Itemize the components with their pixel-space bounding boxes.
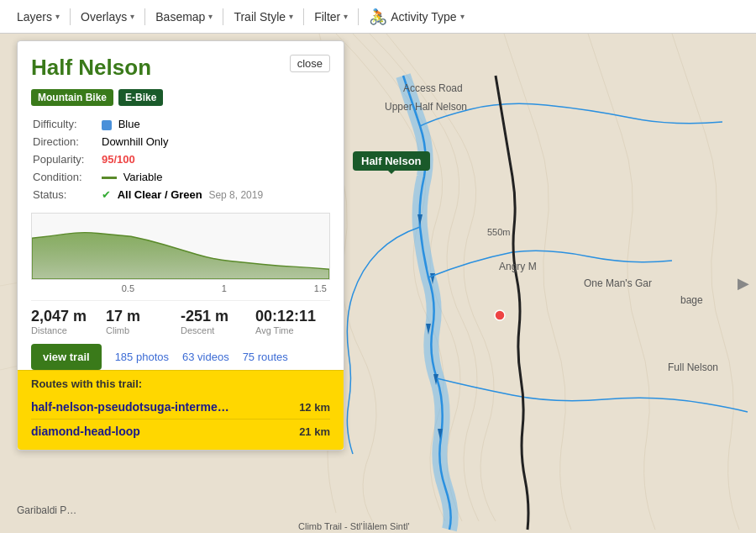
filter-label: Filter xyxy=(314,10,340,24)
difficulty-dot xyxy=(102,120,112,130)
card-header: Half Nelson close xyxy=(31,55,330,81)
chart-label-1: 1 xyxy=(222,283,227,293)
popularity-value: 95/100 xyxy=(102,151,328,167)
route-name-1: diamond-head-loop xyxy=(31,425,140,438)
direction-value: Downhill Only xyxy=(102,134,328,150)
activity-type-label: Activity Type xyxy=(391,10,456,24)
topbar-overlays[interactable]: Overlays ▾ xyxy=(72,5,143,29)
popularity-label: Popularity: xyxy=(33,151,100,167)
topbar-sep-5 xyxy=(358,8,359,25)
topbar-sep-3 xyxy=(223,8,223,25)
basemap-chevron: ▾ xyxy=(208,12,213,21)
action-row: view trail 185 photos 63 videos 75 route… xyxy=(31,344,330,370)
filter-chevron: ▾ xyxy=(344,12,348,21)
status-value: ✔ All Clear / Green Sep 8, 2019 xyxy=(102,187,328,203)
topbar-sep-1 xyxy=(70,8,71,25)
condition-line-icon xyxy=(102,177,117,179)
stat-climb: 17 m Climb xyxy=(106,308,181,335)
svg-point-5 xyxy=(495,310,505,320)
status-check-icon: ✔ xyxy=(102,188,111,201)
topbar-sep-4 xyxy=(303,8,304,25)
topbar-layers[interactable]: Layers ▾ xyxy=(8,5,68,29)
routes-link[interactable]: 75 routes xyxy=(243,351,288,363)
topbar-trail-style[interactable]: Trail Style ▾ xyxy=(225,5,302,29)
overlays-label: Overlays xyxy=(81,10,127,24)
topbar-filter[interactable]: Filter ▾ xyxy=(306,5,356,29)
topbar-activity-type[interactable]: 🚴 Activity Type ▾ xyxy=(360,3,472,31)
topbar-sep-2 xyxy=(144,8,145,25)
tags-row: Mountain Bike E-Bike xyxy=(31,89,330,106)
topbar: Layers ▾ Overlays ▾ Basemap ▾ Trail Styl… xyxy=(0,0,756,34)
route-name-0: half-nelson-pseudotsuga-interme… xyxy=(31,400,229,414)
info-table: Difficulty: Blue Direction: Downhill Onl… xyxy=(31,114,330,204)
stat-descent: -251 m Descent xyxy=(181,308,255,335)
status-label: Status: xyxy=(33,187,100,203)
trail-style-chevron: ▾ xyxy=(289,12,293,21)
stats-row: 2,047 m Distance 17 m Climb -251 m Desce… xyxy=(31,300,330,335)
routes-heading: Routes with this trail: xyxy=(31,377,330,390)
difficulty-value: Blue xyxy=(102,116,328,132)
tag-mountain-bike: Mountain Bike xyxy=(31,89,113,106)
difficulty-label: Difficulty: xyxy=(33,116,100,132)
direction-row: Direction: Downhill Only xyxy=(33,134,328,150)
chart-label-1.5: 1.5 xyxy=(314,283,327,293)
route-dist-1: 21 km xyxy=(299,425,330,438)
trail-card: Half Nelson close Mountain Bike E-Bike D… xyxy=(17,40,344,451)
activity-type-chevron: ▾ xyxy=(460,12,465,21)
chart-labels: 0.5 1 1.5 xyxy=(31,283,330,293)
layers-chevron: ▾ xyxy=(55,12,60,21)
videos-link[interactable]: 63 videos xyxy=(182,351,229,363)
elevation-chart xyxy=(31,213,330,280)
layers-label: Layers xyxy=(17,10,52,24)
status-row: Status: ✔ All Clear / Green Sep 8, 2019 xyxy=(33,187,328,203)
tag-ebike: E-Bike xyxy=(118,89,163,106)
route-dist-0: 12 km xyxy=(299,401,330,414)
chart-label-0.5: 0.5 xyxy=(122,283,134,293)
stat-avg-time: 00:12:11 Avg Time xyxy=(255,308,330,335)
direction-label: Direction: xyxy=(33,134,100,150)
popularity-row: Popularity: 95/100 xyxy=(33,151,328,167)
view-trail-button[interactable]: view trail xyxy=(31,344,102,370)
overlays-chevron: ▾ xyxy=(130,12,134,21)
topbar-basemap[interactable]: Basemap ▾ xyxy=(147,5,221,29)
route-item-1[interactable]: diamond-head-loop 21 km xyxy=(31,420,330,443)
trail-style-label: Trail Style xyxy=(234,10,286,24)
activity-icon: 🚴 xyxy=(369,8,387,26)
close-button[interactable]: close xyxy=(290,55,330,72)
route-item-0[interactable]: half-nelson-pseudotsuga-interme… 12 km xyxy=(31,395,330,420)
photos-link[interactable]: 185 photos xyxy=(115,351,169,363)
condition-row: Condition: Variable xyxy=(33,169,328,185)
trail-title: Half Nelson xyxy=(31,55,151,81)
difficulty-row: Difficulty: Blue xyxy=(33,116,328,132)
routes-section: Routes with this trail: half-nelson-pseu… xyxy=(18,370,344,450)
condition-label: Condition: xyxy=(33,169,100,185)
condition-value: Variable xyxy=(102,169,328,185)
basemap-label: Basemap xyxy=(155,10,205,24)
stat-distance: 2,047 m Distance xyxy=(31,308,106,335)
